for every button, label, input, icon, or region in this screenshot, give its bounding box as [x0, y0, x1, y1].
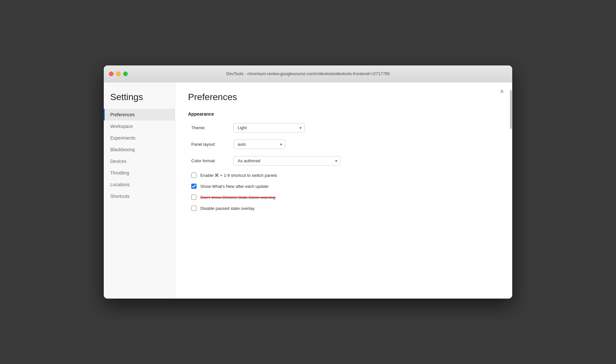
- data-saver-row: Don't show Chrome Data Saver warning: [188, 195, 499, 200]
- sidebar-item-shortcuts[interactable]: Shortcuts: [104, 190, 175, 202]
- sidebar-item-experiments[interactable]: Experiments: [104, 132, 175, 144]
- panel-layout-select-wrapper: auto horizontal vertical: [233, 140, 285, 149]
- sidebar-item-preferences[interactable]: Preferences: [104, 109, 175, 120]
- main-content: × Preferences Appearance Theme: System p…: [175, 82, 512, 299]
- paused-overlay-row: Disable paused state overlay: [188, 206, 499, 211]
- sidebar-item-blackboxing[interactable]: Blackboxing: [104, 144, 175, 155]
- window-content: Settings Preferences Workspace Experimen…: [104, 82, 512, 299]
- sidebar: Settings Preferences Workspace Experimen…: [104, 82, 175, 299]
- close-button[interactable]: ×: [498, 87, 506, 95]
- theme-row: Theme: System preference Light Dark: [188, 123, 499, 132]
- sidebar-item-workspace[interactable]: Workspace: [104, 120, 175, 132]
- close-traffic-light[interactable]: [109, 72, 113, 76]
- sidebar-item-throttling[interactable]: Throttling: [104, 167, 175, 179]
- color-format-label: Color format:: [191, 158, 233, 163]
- settings-title: Settings: [104, 89, 175, 109]
- mac-window: DevTools - chromium-review.googlesource.…: [104, 65, 512, 299]
- appearance-section-title: Appearance: [188, 111, 499, 117]
- sidebar-item-devices[interactable]: Devices: [104, 155, 175, 167]
- theme-select-wrapper: System preference Light Dark: [233, 123, 305, 132]
- theme-label: Theme:: [191, 125, 233, 130]
- window-title: DevTools - chromium-review.googlesource.…: [226, 71, 390, 76]
- sidebar-nav: Preferences Workspace Experiments Blackb…: [104, 109, 175, 202]
- maximize-traffic-light[interactable]: [123, 72, 128, 76]
- sidebar-item-locations[interactable]: Locations: [104, 179, 175, 190]
- paused-overlay-checkbox[interactable]: [191, 206, 196, 211]
- whats-new-label: Show What's New after each update: [200, 184, 268, 189]
- color-format-select[interactable]: As authored HEX RGB HSL: [233, 156, 340, 165]
- panel-layout-label: Panel layout:: [191, 142, 233, 147]
- switch-panels-checkbox[interactable]: [191, 173, 196, 178]
- minimize-traffic-light[interactable]: [116, 72, 121, 76]
- whats-new-row: Show What's New after each update: [188, 184, 499, 189]
- whats-new-checkbox[interactable]: [191, 184, 196, 189]
- color-format-row: Color format: As authored HEX RGB HSL: [188, 156, 499, 165]
- scrollbar-thumb[interactable]: [510, 90, 512, 129]
- switch-panels-label: Enable ⌘ + 1-9 shortcut to switch panels: [200, 173, 277, 178]
- switch-panels-row: Enable ⌘ + 1-9 shortcut to switch panels: [188, 173, 499, 178]
- title-bar: DevTools - chromium-review.googlesource.…: [104, 65, 512, 82]
- scrollbar-track[interactable]: [510, 82, 512, 299]
- data-saver-checkbox[interactable]: [191, 195, 196, 200]
- panel-layout-row: Panel layout: auto horizontal vertical: [188, 140, 499, 149]
- page-title: Preferences: [188, 92, 499, 102]
- paused-overlay-label: Disable paused state overlay: [200, 206, 255, 211]
- traffic-lights: [109, 72, 128, 76]
- theme-select[interactable]: System preference Light Dark: [233, 123, 305, 132]
- data-saver-label: Don't show Chrome Data Saver warning: [200, 195, 276, 200]
- panel-layout-select[interactable]: auto horizontal vertical: [233, 140, 285, 149]
- color-format-select-wrapper: As authored HEX RGB HSL: [233, 156, 340, 165]
